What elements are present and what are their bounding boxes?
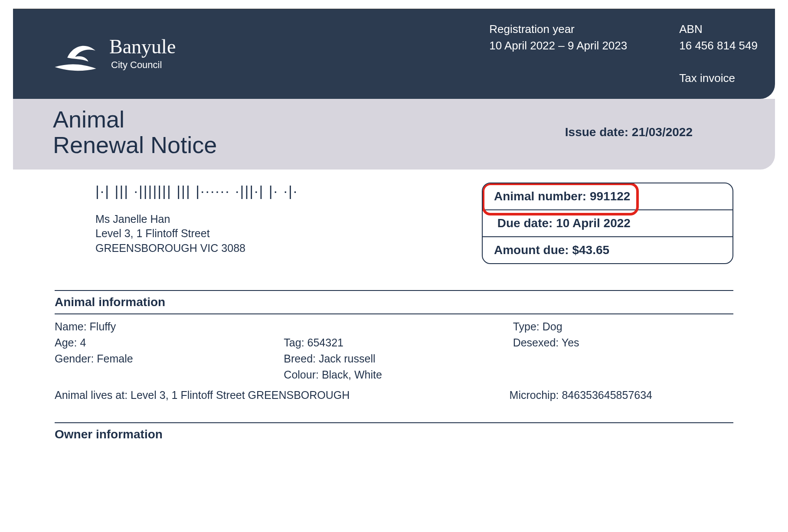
document-sheet: Banyule City Council Registration year 1… (13, 9, 775, 446)
field-breed: Breed: Jack russell (284, 352, 504, 365)
field-microchip: Microchip: 846353645857634 (510, 389, 733, 401)
logo-text: Banyule City Council (109, 37, 176, 71)
field-tag: Tag: 654321 (284, 336, 504, 349)
brand-sub: City Council (111, 59, 176, 71)
field-colour: Colour: Black, White (284, 369, 504, 381)
registration-year-label: Registration year (489, 21, 627, 38)
animal-fields: Name: Fluffy Type: Dog Age: 4 Tag: 65432… (55, 314, 733, 384)
banyule-bird-icon (52, 34, 100, 73)
amount-due-row: Amount due: $43.65 (483, 237, 732, 263)
due-date-row: Due date: 10 April 2022 (483, 210, 732, 237)
postal-barcode: |·| ||| ·||||||| ||| |······ ·|||·| |· ·… (95, 183, 464, 204)
section-owner-information: Owner information (55, 422, 733, 446)
animal-number-value: 991122 (590, 189, 630, 203)
recipient-name: Ms Janelle Han (95, 212, 464, 227)
animal-extra-row: Animal lives at: Level 3, 1 Flintoff Str… (55, 384, 733, 409)
section-animal-information: Animal information (55, 290, 733, 314)
recipient-addr2: GREENSBOROUGH VIC 3088 (95, 241, 464, 256)
registration-year: Registration year 10 April 2022 – 9 Apri… (489, 21, 627, 87)
abn-label: ABN (679, 21, 758, 38)
amount-due-value: $43.65 (572, 243, 609, 257)
due-date-label: Due date: (497, 216, 556, 230)
due-date-value: 10 April 2022 (556, 216, 631, 230)
summary-box: Animal number: 991122 Due date: 10 April… (482, 183, 733, 264)
field-type: Type: Dog (513, 320, 733, 333)
field-lives-at: Animal lives at: Level 3, 1 Flintoff Str… (55, 389, 492, 401)
title-band: Animal Renewal Notice Issue date: 21/03/… (13, 99, 775, 170)
recipient-addr1: Level 3, 1 Flintoff Street (95, 226, 464, 241)
recipient-address: Ms Janelle Han Level 3, 1 Flintoff Stree… (95, 212, 464, 256)
abn-block: ABN 16 456 814 549 Tax invoice (679, 21, 758, 87)
logo-block: Banyule City Council (52, 21, 176, 87)
animal-number-row: Animal number: 991122 (483, 183, 732, 210)
field-desexed: Desexed: Yes (513, 336, 733, 349)
content-area: Animal information Name: Fluffy Type: Do… (13, 290, 775, 446)
document-title: Animal Renewal Notice (53, 107, 217, 158)
field-age: Age: 4 (55, 336, 275, 349)
animal-number-label: Animal number: (494, 189, 590, 203)
issue-date-value: 21/03/2022 (632, 125, 693, 139)
issue-date: Issue date: 21/03/2022 (565, 125, 693, 139)
field-name: Name: Fluffy (55, 320, 275, 333)
field-gender: Gender: Female (55, 352, 275, 365)
title-line-1: Animal (53, 107, 217, 132)
issue-date-label: Issue date: (565, 125, 632, 139)
tax-invoice-label: Tax invoice (679, 72, 735, 85)
mid-section: |·| ||| ·||||||| ||| |······ ·|||·| |· ·… (13, 170, 775, 277)
registration-year-value: 10 April 2022 – 9 April 2023 (489, 39, 627, 52)
recipient-block: |·| ||| ·||||||| ||| |······ ·|||·| |· ·… (95, 183, 464, 264)
abn-value: 16 456 814 549 (679, 39, 758, 52)
title-line-2: Renewal Notice (53, 132, 217, 158)
header-info: Registration year 10 April 2022 – 9 Apri… (489, 21, 758, 87)
brand-name: Banyule (109, 37, 176, 57)
header-band: Banyule City Council Registration year 1… (13, 9, 775, 99)
amount-due-label: Amount due: (494, 243, 572, 257)
